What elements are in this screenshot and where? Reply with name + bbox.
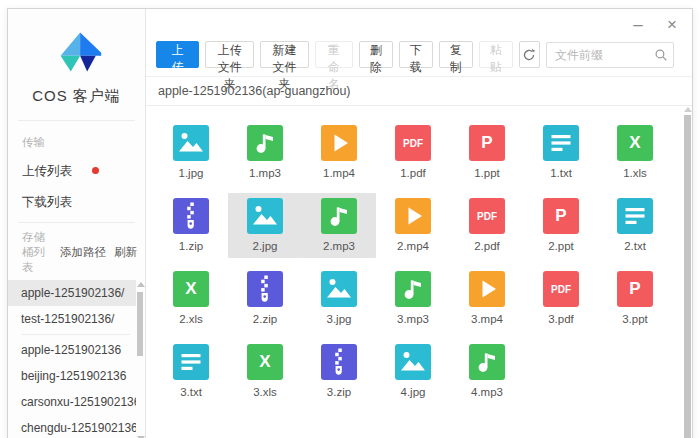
- sidebar-item-download-list[interactable]: 下载列表: [8, 187, 145, 218]
- sidebar: COS 客户端 传输 上传列表 下载列表 存储桶列表 添加路径 刷新 apple…: [8, 9, 146, 438]
- search-icon: [654, 48, 668, 62]
- file-item[interactable]: 4.mp3: [450, 339, 524, 404]
- app-title: COS 客户端: [8, 81, 145, 120]
- file-item[interactable]: X1.xls: [598, 120, 672, 185]
- file-item[interactable]: 2.mp3: [302, 193, 376, 258]
- file-name: 2.zip: [253, 313, 277, 325]
- bucket-item[interactable]: carsonxu-1251902136: [8, 389, 136, 415]
- bucket-item[interactable]: beijing-1251902136: [8, 363, 136, 389]
- bucket-item[interactable]: chengdu-1251902136: [8, 415, 136, 438]
- file-item[interactable]: 2.mp4: [376, 193, 450, 258]
- file-name: 1.mp3: [249, 167, 281, 179]
- file-name: 4.mp3: [471, 386, 503, 398]
- letter-x-icon: X: [247, 344, 283, 380]
- file-item[interactable]: 2.jpg: [228, 193, 302, 258]
- pdf-label-icon: PDF: [469, 198, 505, 234]
- add-path-button[interactable]: 添加路径: [60, 245, 106, 260]
- cos-logo-icon: [48, 23, 106, 73]
- file-name: 3.jpg: [327, 313, 352, 325]
- file-item[interactable]: X3.xls: [228, 339, 302, 404]
- app-window: COS 客户端 传输 上传列表 下载列表 存储桶列表 添加路径 刷新 apple…: [7, 8, 693, 438]
- breadcrumb[interactable]: apple-1251902136(ap-guangzhou): [146, 76, 692, 106]
- bucket-section-label: 存储桶列表: [22, 230, 52, 275]
- file-item[interactable]: P1.ppt: [450, 120, 524, 185]
- file-item[interactable]: PDF2.pdf: [450, 193, 524, 258]
- main-panel: – × 上传文件上传文件夹新建文件夹重命名删除下载复制粘贴 apple-1251…: [146, 9, 692, 438]
- file-name: 1.ppt: [474, 167, 500, 179]
- file-item[interactable]: 3.jpg: [302, 266, 376, 331]
- image-icon: [247, 198, 283, 234]
- letter-x-icon: X: [617, 125, 653, 161]
- zipper-icon: [247, 271, 283, 307]
- refresh-button[interactable]: [519, 41, 540, 68]
- bucket-item[interactable]: apple-1251902136/: [8, 280, 136, 306]
- file-item[interactable]: P3.ppt: [598, 266, 672, 331]
- music-note-icon: [469, 344, 505, 380]
- bucket-item[interactable]: test-1251902136/: [8, 306, 136, 332]
- toolbar-buttons: 上传文件上传文件夹新建文件夹重命名删除下载复制粘贴: [156, 41, 513, 68]
- file-name: 2.pdf: [474, 240, 500, 252]
- toolbar: 上传文件上传文件夹新建文件夹重命名删除下载复制粘贴: [146, 9, 692, 76]
- file-name: 3.mp4: [471, 313, 503, 325]
- scrollbar-thumb[interactable]: [137, 292, 143, 356]
- file-item[interactable]: 2.txt: [598, 193, 672, 258]
- paste-button: 粘贴: [479, 41, 513, 68]
- download-button[interactable]: 下载: [399, 41, 433, 68]
- main-scrollbar[interactable]: [683, 106, 692, 438]
- file-item[interactable]: X2.xls: [154, 266, 228, 331]
- scroll-up-icon[interactable]: [137, 282, 145, 287]
- file-item[interactable]: 1.mp4: [302, 120, 376, 185]
- music-note-icon: [395, 271, 431, 307]
- file-item[interactable]: 4.jpg: [376, 339, 450, 404]
- play-icon: [321, 125, 357, 161]
- minimize-button[interactable]: –: [628, 15, 648, 35]
- upload-file-button[interactable]: 上传文件: [156, 41, 199, 68]
- file-name: 1.zip: [179, 240, 203, 252]
- close-button[interactable]: ×: [662, 15, 682, 35]
- download-list-label: 下载列表: [22, 195, 72, 209]
- file-item[interactable]: 1.txt: [524, 120, 598, 185]
- refresh-buckets-button[interactable]: 刷新: [114, 245, 137, 260]
- file-name: 3.xls: [253, 386, 277, 398]
- file-name: 1.pdf: [400, 167, 426, 179]
- file-item[interactable]: 3.mp4: [450, 266, 524, 331]
- sidebar-scrollbar[interactable]: [136, 280, 144, 438]
- sidebar-item-upload-list[interactable]: 上传列表: [8, 156, 145, 187]
- file-item[interactable]: 3.txt: [154, 339, 228, 404]
- file-name: 1.txt: [550, 167, 572, 179]
- bucket-list: apple-1251902136/test-1251902136/apple-1…: [8, 280, 145, 438]
- file-item[interactable]: 1.zip: [154, 193, 228, 258]
- upload-folder-button[interactable]: 上传文件夹: [205, 41, 254, 68]
- pdf-label-icon: PDF: [543, 271, 579, 307]
- file-item[interactable]: PDF1.pdf: [376, 120, 450, 185]
- letter-x-icon: X: [173, 271, 209, 307]
- file-item[interactable]: P2.ppt: [524, 193, 598, 258]
- scrollbar-thumb[interactable]: [684, 115, 691, 438]
- scroll-up-icon[interactable]: [684, 107, 692, 112]
- file-item[interactable]: 3.zip: [302, 339, 376, 404]
- file-name: 1.jpg: [179, 167, 204, 179]
- bucket-item[interactable]: apple-1251902136: [8, 337, 136, 363]
- file-name: 1.xls: [623, 167, 647, 179]
- text-lines-icon: [543, 125, 579, 161]
- file-name: 2.ppt: [548, 240, 574, 252]
- sidebar-nav: 传输 上传列表 下载列表: [8, 121, 145, 222]
- upload-badge-dot: [92, 167, 99, 174]
- letter-p-icon: P: [617, 271, 653, 307]
- file-item[interactable]: 3.mp3: [376, 266, 450, 331]
- text-lines-icon: [173, 344, 209, 380]
- letter-p-icon: P: [543, 198, 579, 234]
- window-controls: – ×: [628, 15, 682, 35]
- file-name: 2.jpg: [253, 240, 278, 252]
- file-item[interactable]: 1.mp3: [228, 120, 302, 185]
- file-item[interactable]: 2.zip: [228, 266, 302, 331]
- copy-button[interactable]: 复制: [439, 41, 473, 68]
- search-box: [546, 42, 674, 68]
- music-note-icon: [247, 125, 283, 161]
- delete-button[interactable]: 删除: [359, 41, 393, 68]
- file-name: 3.pdf: [548, 313, 574, 325]
- new-folder-button[interactable]: 新建文件夹: [260, 41, 309, 68]
- file-item[interactable]: 1.jpg: [154, 120, 228, 185]
- file-item[interactable]: PDF3.pdf: [524, 266, 598, 331]
- image-icon: [321, 271, 357, 307]
